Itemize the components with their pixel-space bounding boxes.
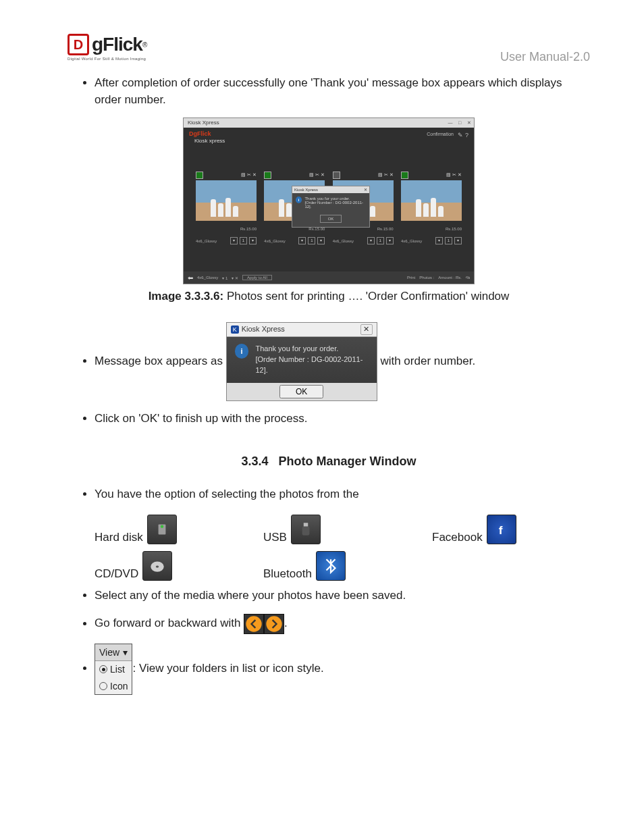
media-usb-label: USB <box>263 531 287 544</box>
media-harddisk-label: Hard disk <box>95 531 143 544</box>
view-style-line: View▾ List Icon : View your folders in l… <box>95 644 590 695</box>
back-arrow-icon: ⬅ <box>188 274 193 282</box>
select-media-line: Select any of the media where your photo… <box>95 588 590 604</box>
thumb-size: 4x6_Glossy <box>196 239 217 243</box>
svg-point-8 <box>266 616 281 631</box>
info-icon: i <box>235 344 249 359</box>
media-facebook-label: Facebook <box>432 531 483 544</box>
photo-thumb: ▧ ✂ ✕ Rs.15.00 4x6_Glossy▾1▾ <box>196 171 257 244</box>
svg-text:f: f <box>498 523 502 537</box>
view-icon-label: Icon <box>110 679 128 693</box>
max-icon: □ <box>455 118 464 128</box>
view-dropdown[interactable]: View▾ List Icon <box>95 644 132 695</box>
apply-all-button: Apply to All <box>242 275 272 280</box>
msgbox-line1: Thank you for your order. <box>255 344 338 353</box>
nav-forward-button[interactable] <box>264 614 284 634</box>
window-title: Kiosk Xpress <box>188 120 219 126</box>
nav-back-button[interactable] <box>244 614 264 634</box>
close-icon: ✕ <box>464 118 474 128</box>
close-icon[interactable]: ✕ <box>360 324 373 335</box>
min-icon: — <box>446 118 455 128</box>
facebook-icon[interactable]: f <box>487 515 516 544</box>
svg-point-6 <box>156 566 159 568</box>
footer-print: Print <box>407 276 415 280</box>
svg-rect-2 <box>304 523 308 527</box>
logo-registered: ® <box>142 41 147 49</box>
thumb-qty: 1 <box>240 237 247 244</box>
screenshot-caption: Image 3.3.3.6: Photos sent for printing … <box>68 290 590 303</box>
footer-amount: Amount : Rs. <box>438 276 462 280</box>
view-header: View <box>99 646 119 659</box>
toolbar-icons: ✎ ? <box>458 132 468 138</box>
nav-line: Go forward or backward with . <box>95 614 590 634</box>
thumb-controls: ▧ ✂ ✕ <box>241 172 257 178</box>
dialog-ok: OK <box>320 215 342 223</box>
logo-d-icon: D <box>68 34 89 55</box>
svg-point-1 <box>161 525 163 528</box>
section-heading: 3.3.4 Photo Manager Window <box>68 454 590 469</box>
media-bluetooth-label: Bluetooth <box>263 567 312 581</box>
radio-icon[interactable] <box>99 682 107 690</box>
photo-thumb: ▧ ✂ ✕ Rs.15.00 4x6_Glossy▾1▾ <box>401 171 462 244</box>
logo-text: gFlick <box>92 34 142 55</box>
footer-photos: Photos : <box>419 276 434 280</box>
radio-list[interactable] <box>99 665 107 673</box>
brand-logo: D gFlick ® Digital World For Still & Mot… <box>68 34 147 61</box>
cddvd-icon[interactable] <box>142 551 172 581</box>
msgbox-line: Message box appears as KKiosk Xpress ✕ i… <box>95 322 590 401</box>
usb-icon[interactable] <box>291 515 321 544</box>
message-box: KKiosk Xpress ✕ i Thank you for your ord… <box>226 322 377 401</box>
harddisk-icon[interactable] <box>147 515 177 544</box>
cart-icon: 🛍 <box>466 276 470 280</box>
view-list-label: List <box>110 662 125 676</box>
app-icon: K <box>231 325 239 334</box>
check-icon <box>196 172 203 179</box>
step-label: Confirmation <box>427 132 454 136</box>
manual-version: User Manual-2.0 <box>500 50 590 64</box>
ok-button[interactable]: OK <box>279 385 323 398</box>
logo-tagline: Digital World For Still & Motion Imaging <box>68 57 146 61</box>
mini-dialog: Kiosk Xpress✕ iThank you for your order.… <box>292 186 370 228</box>
thumb-price: Rs.15.00 <box>240 227 257 231</box>
app-brand: DgFlick <box>189 130 211 137</box>
click-ok-line: Click on 'OK' to finish up with the proc… <box>95 411 590 427</box>
select-photos-line: You have the option of selecting the pho… <box>95 486 590 503</box>
msgbox-line2: [Order Number : DG-0002-2011-12]. <box>255 355 363 374</box>
app-subtitle: Kiosk xpress <box>194 138 225 144</box>
close-icon: ✕ <box>364 186 367 193</box>
svg-rect-3 <box>302 527 310 536</box>
chevron-down-icon: ▾ <box>123 646 128 659</box>
footer-size: 4x6_Glossy <box>197 276 218 280</box>
info-icon: i <box>296 197 302 203</box>
svg-point-7 <box>246 616 261 631</box>
bluetooth-icon[interactable] <box>316 551 346 581</box>
order-confirmation-screenshot: Kiosk Xpress —□✕ DgFlick Kiosk xpress Co… <box>183 118 475 284</box>
media-cddvd-label: CD/DVD <box>95 567 138 581</box>
intro-paragraph: After completion of order successfully o… <box>95 75 590 108</box>
msgbox-title: Kiosk Xpress <box>242 324 285 335</box>
